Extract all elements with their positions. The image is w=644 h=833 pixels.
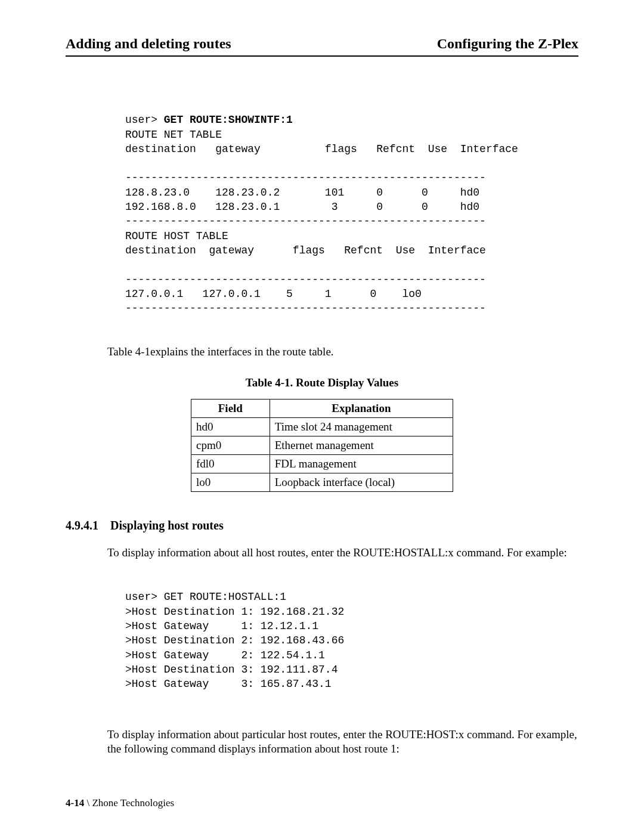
page-footer: 4-14 \ Zhone Technologies	[66, 797, 174, 809]
section-title: Displaying host routes	[110, 519, 224, 532]
t1-line: ----------------------------------------…	[125, 215, 486, 227]
section-heading: 4.9.4.1 Displaying host routes	[66, 519, 578, 532]
table-row: cpm0 Ethernet management	[191, 436, 453, 455]
cell-field: hd0	[191, 418, 270, 436]
prompt-2: user>	[125, 591, 164, 603]
cell-explanation: Loopback interface (local)	[270, 473, 453, 492]
th-explanation: Explanation	[270, 400, 453, 418]
t1-line: ----------------------------------------…	[125, 274, 486, 286]
t2-line: >Host Gateway 3: 165.87.43.1	[125, 678, 332, 690]
table-caption: Table 4-1. Route Display Values	[66, 376, 578, 389]
t1-line: ROUTE HOST TABLE	[125, 230, 228, 242]
cell-field: lo0	[191, 473, 270, 492]
t2-line: >Host Destination 1: 192.168.21.32	[125, 606, 344, 618]
t2-line: >Host Gateway 1: 12.12.1.1	[125, 620, 318, 632]
cell-explanation: Ethernet management	[270, 436, 453, 455]
page: Adding and deleting routes Configuring t…	[0, 0, 644, 833]
t1-line: 192.168.8.0 128.23.0.1 3 0 0 hd0	[125, 201, 479, 213]
caption-paragraph: Table 4-1explains the interfaces in the …	[107, 345, 578, 358]
table-row: fdl0 FDL management	[191, 455, 453, 473]
t2-line: >Host Destination 3: 192.111.87.4	[125, 664, 338, 676]
footer-sep: \	[84, 797, 92, 809]
table-row: hd0 Time slot 24 management	[191, 418, 453, 436]
body-paragraph-1: To display information about all host ro…	[107, 546, 578, 561]
body-paragraph-2: To display information about particular …	[107, 727, 578, 757]
header-left: Adding and deleting routes	[66, 36, 231, 52]
route-display-values-table: Field Explanation hd0 Time slot 24 manag…	[191, 399, 453, 492]
cell-field: cpm0	[191, 436, 270, 455]
page-number: 4-14	[66, 797, 84, 809]
th-field: Field	[191, 400, 270, 418]
cell-explanation: Time slot 24 management	[270, 418, 453, 436]
t2-line: >Host Destination 2: 192.168.43.66	[125, 634, 344, 646]
page-header: Adding and deleting routes Configuring t…	[66, 36, 578, 57]
t1-line: ----------------------------------------…	[125, 172, 486, 184]
t1-line: 128.8.23.0 128.23.0.2 101 0 0 hd0	[125, 187, 479, 199]
t1-line: ----------------------------------------…	[125, 302, 486, 314]
table-head-row: Field Explanation	[191, 400, 453, 418]
cell-explanation: FDL management	[270, 455, 453, 473]
cell-field: fdl0	[191, 455, 270, 473]
t1-line: destination gateway flags Refcnt Use Int…	[125, 244, 486, 256]
prompt-1: user>	[125, 114, 164, 126]
section-number: 4.9.4.1	[66, 519, 107, 532]
t1-line: destination gateway flags Refcnt Use Int…	[125, 143, 518, 155]
command-2: GET ROUTE:HOSTALL:1	[164, 591, 286, 603]
t1-line: 127.0.0.1 127.0.0.1 5 1 0 lo0	[125, 288, 422, 300]
t2-line: >Host Gateway 2: 122.54.1.1	[125, 649, 325, 661]
t1-line: ROUTE NET TABLE	[125, 129, 222, 141]
header-right: Configuring the Z-Plex	[437, 36, 578, 52]
terminal-output-2: user> GET ROUTE:HOSTALL:1 >Host Destinat…	[125, 575, 578, 691]
terminal-output-1: user> GET ROUTE:SHOWINTF:1 ROUTE NET TAB…	[125, 98, 578, 315]
footer-company: Zhone Technologies	[92, 797, 174, 809]
command-1: GET ROUTE:SHOWINTF:1	[164, 114, 293, 126]
table-row: lo0 Loopback interface (local)	[191, 473, 453, 492]
